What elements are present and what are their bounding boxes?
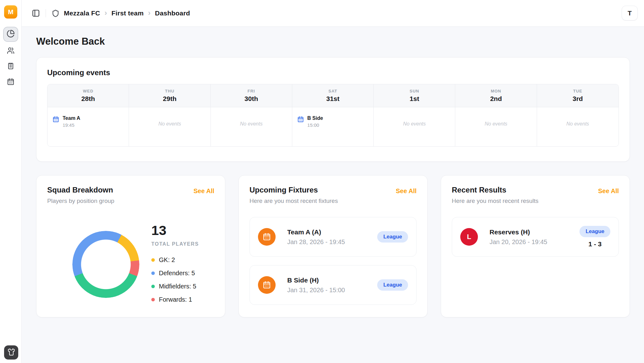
results-subtitle: Here are you most recent results — [452, 198, 539, 204]
calendar-event[interactable]: B Side 15:00 — [292, 107, 373, 128]
no-events-label: No events — [455, 107, 536, 127]
sidebar-item-dashboard[interactable] — [3, 27, 18, 42]
event-title: B Side — [307, 115, 323, 121]
upcoming-events-title: Upcoming events — [47, 68, 619, 77]
cards-row: Squad Breakdown Players by position grou… — [36, 175, 630, 317]
fixture-name: Team A (A) — [287, 228, 345, 236]
calendar-day-cell: No events — [374, 107, 455, 146]
event-time: 19:45 — [63, 122, 80, 128]
calendar-day-header: WED 28th — [48, 84, 129, 107]
fixtures-title: Upcoming Fixtures — [249, 186, 338, 194]
day-of-week: WED — [83, 89, 93, 93]
calendar-day-column: MON 2nd No events — [455, 84, 537, 146]
legend-label: Defenders: 5 — [159, 270, 195, 277]
main-content: Welcome Back Upcoming events WED 28th Te… — [21, 26, 644, 363]
calendar-day-header: SUN 1st — [374, 84, 455, 107]
sidebar-toggle-icon[interactable] — [32, 9, 40, 17]
header-divider — [46, 9, 46, 17]
fixture-calendar-icon — [258, 276, 276, 294]
pie-chart-icon — [7, 30, 15, 39]
day-date: 30th — [244, 95, 258, 103]
app-logo-letter: M — [8, 8, 14, 16]
event-calendar-icon — [297, 116, 304, 123]
day-of-week: TUE — [573, 89, 582, 93]
breadcrumb: Mezzala FC › First team › Dashboard — [52, 9, 190, 18]
result-item[interactable]: L Reserves (H) Jan 20, 2026 - 19:45 Leag… — [452, 217, 619, 257]
day-date: 3rd — [573, 95, 583, 103]
legend-label: GK: 2 — [159, 256, 175, 264]
competition-badge: League — [377, 279, 408, 291]
breadcrumb-separator: › — [148, 9, 151, 18]
no-events-label: No events — [537, 107, 619, 127]
breadcrumb-separator: › — [104, 9, 107, 18]
result-score: 1 - 3 — [588, 240, 602, 248]
calendar-day-header: FRI 30th — [211, 84, 292, 107]
fixture-item[interactable]: B Side (H) Jan 31, 2026 - 15:00 League — [249, 265, 417, 305]
legend-item: Forwards: 1 — [151, 296, 199, 303]
upcoming-events-card: Upcoming events WED 28th Team A 19:45 — [36, 57, 630, 162]
result-outcome-badge: L — [460, 228, 478, 246]
calendar-day-column: THU 29th No events — [129, 84, 210, 146]
breadcrumb-team[interactable]: First team — [111, 9, 143, 17]
total-players-value: 13 — [151, 223, 199, 238]
no-events-label: No events — [211, 107, 292, 127]
calendar-day-header: TUE 3rd — [537, 84, 619, 107]
event-time: 15:00 — [307, 122, 323, 128]
shield-icon — [52, 9, 59, 17]
result-datetime: Jan 20, 2026 - 19:45 — [490, 238, 547, 246]
kit-button[interactable] — [4, 345, 18, 360]
day-date: 1st — [410, 95, 419, 103]
sidebar: M — [0, 0, 22, 363]
user-avatar[interactable]: T — [622, 6, 638, 20]
calendar-day-cell: No events — [129, 107, 210, 146]
sidebar-item-squad[interactable] — [7, 47, 14, 54]
event-title: Team A — [63, 115, 80, 121]
event-calendar-icon — [53, 116, 59, 123]
squad-see-all-link[interactable]: See All — [193, 187, 214, 195]
fixture-item[interactable]: Team A (A) Jan 28, 2026 - 19:45 League — [249, 217, 417, 257]
fixtures-see-all-link[interactable]: See All — [396, 187, 417, 195]
breadcrumb-page[interactable]: Dashboard — [155, 9, 190, 17]
legend-item: Defenders: 5 — [151, 270, 199, 277]
sidebar-item-plans[interactable] — [7, 62, 14, 70]
calendar-day-cell: B Side 15:00 — [292, 107, 373, 146]
squad-breakdown-card: Squad Breakdown Players by position grou… — [36, 175, 225, 317]
squad-title: Squad Breakdown — [47, 186, 114, 194]
calendar-day-header: SAT 31st — [292, 84, 373, 107]
squad-subtitle: Players by position group — [47, 198, 114, 204]
calendar-day-column: SAT 31st B Side 15:00 — [292, 84, 374, 146]
calendar-day-column: TUE 3rd No events — [537, 84, 619, 146]
results-see-all-link[interactable]: See All — [598, 187, 619, 195]
fixture-calendar-icon — [258, 228, 276, 246]
results-title: Recent Results — [452, 186, 539, 194]
day-of-week: SAT — [328, 89, 337, 93]
legend-dot-gk — [151, 258, 155, 262]
day-of-week: FRI — [248, 89, 255, 93]
squad-donut-chart — [72, 231, 139, 298]
calendar-event[interactable]: Team A 19:45 — [48, 107, 129, 128]
day-of-week: SUN — [410, 89, 419, 93]
day-date: 2nd — [490, 95, 502, 103]
users-icon — [7, 50, 14, 55]
breadcrumb-club[interactable]: Mezzala FC — [64, 9, 100, 17]
fixture-name: B Side (H) — [287, 276, 345, 284]
day-date: 31st — [326, 95, 339, 103]
competition-badge: League — [580, 226, 610, 237]
shirt-icon — [8, 348, 15, 357]
calendar-day-cell: No events — [537, 107, 619, 146]
legend-item: GK: 2 — [151, 256, 199, 264]
legend-dot-midfielders — [151, 285, 155, 288]
fixtures-subtitle: Here are you most recent fixtures — [249, 198, 338, 204]
day-of-week: THU — [165, 89, 175, 93]
fixture-datetime: Jan 28, 2026 - 19:45 — [287, 238, 345, 246]
clipboard-icon — [7, 65, 14, 71]
squad-legend: GK: 2 Defenders: 5 Midfielders: 5 F — [151, 256, 199, 303]
recent-results-card: Recent Results Here are you most recent … — [441, 175, 630, 317]
competition-badge: League — [377, 231, 408, 243]
day-date: 28th — [81, 95, 95, 103]
calendar-day-cell: No events — [455, 107, 536, 146]
legend-label: Forwards: 1 — [159, 296, 192, 303]
legend-label: Midfielders: 5 — [159, 283, 196, 290]
sidebar-item-calendar[interactable] — [7, 78, 14, 86]
day-date: 29th — [163, 95, 176, 103]
